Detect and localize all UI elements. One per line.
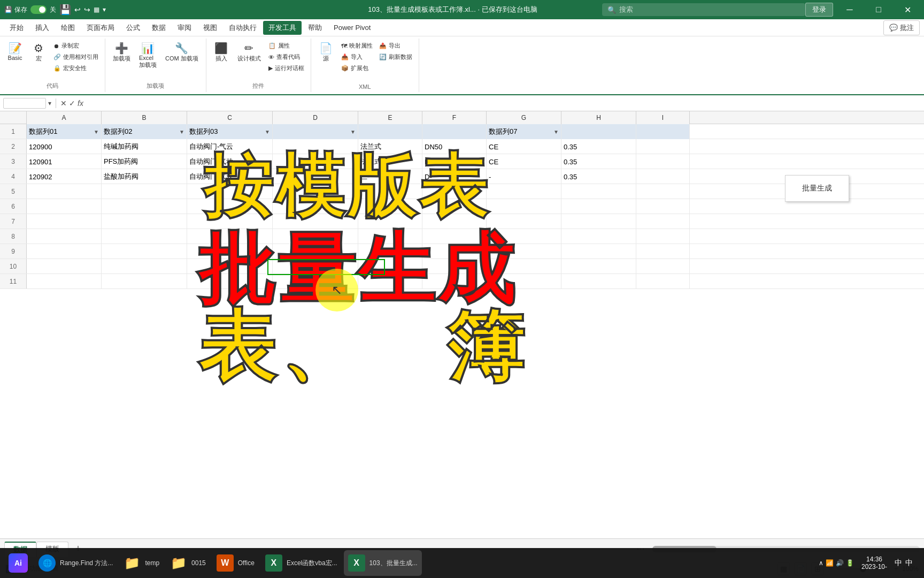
col-header-f[interactable]: F: [422, 111, 487, 124]
cell-a1[interactable]: 数据列01▼: [27, 124, 102, 139]
cell-f5[interactable]: [422, 184, 487, 199]
quick-access-icon[interactable]: ▦: [94, 6, 99, 13]
tray-expand-icon[interactable]: ∧: [819, 559, 823, 567]
cell-d3[interactable]: [273, 154, 358, 169]
cell-e5[interactable]: [358, 184, 422, 199]
cell-d2[interactable]: [273, 139, 358, 154]
cell-e4[interactable]: 兰-: [358, 169, 422, 184]
menu-draw[interactable]: 绘图: [56, 21, 80, 35]
taskbar-item-folder2[interactable]: 📁 0015: [166, 550, 210, 576]
name-box[interactable]: [3, 98, 46, 109]
cell-f1[interactable]: [422, 124, 487, 139]
cell-a3[interactable]: 120901: [27, 154, 102, 169]
autosave-toggle[interactable]: [30, 5, 47, 14]
col-header-c[interactable]: C: [187, 111, 273, 124]
lang-indicator[interactable]: 中: [895, 558, 902, 568]
cell-e1[interactable]: [358, 124, 422, 139]
taskbar-item-ai[interactable]: Ai: [4, 550, 32, 576]
ribbon-btn-record[interactable]: ⏺ 录制宏: [51, 41, 101, 51]
col-header-a[interactable]: A: [27, 111, 102, 124]
cell-b4[interactable]: 盐酸加药阀: [102, 169, 187, 184]
more-icon[interactable]: ▾: [103, 6, 106, 13]
clock[interactable]: 14:36 2023-10-: [857, 556, 891, 571]
cell-g4[interactable]: -: [487, 169, 561, 184]
col-header-g[interactable]: G: [487, 111, 561, 124]
search-box[interactable]: 🔍 搜索: [602, 3, 805, 16]
taskbar-item-excel1[interactable]: X Excel函数vba宏...: [261, 550, 342, 576]
taskbar-item-browser[interactable]: 🌐 Range.Find 方法...: [34, 550, 117, 576]
cell-h3[interactable]: 0.35: [561, 154, 636, 169]
cell-a4[interactable]: 120902: [27, 169, 102, 184]
cell-g5[interactable]: [487, 184, 561, 199]
ribbon-btn-extend[interactable]: 📦 扩展包: [339, 63, 375, 73]
cell-f2[interactable]: DN50: [422, 139, 487, 154]
ribbon-btn-insert[interactable]: ⬛ 插入: [211, 41, 232, 65]
menu-insert[interactable]: 插入: [30, 21, 55, 35]
cell-e3[interactable]: 法兰式: [358, 154, 422, 169]
cell-c3[interactable]: 自动阀门-气动: [187, 154, 273, 169]
ribbon-btn-relative[interactable]: 🔗 使用相对引用: [51, 52, 101, 62]
ribbon-btn-source[interactable]: 📄 源: [315, 41, 337, 65]
cell-c4[interactable]: 自动阀门-气云: [187, 169, 273, 184]
cancel-formula-icon[interactable]: ✕: [60, 99, 67, 108]
cell-f4[interactable]: D-: [422, 169, 487, 184]
ime-indicator[interactable]: 中: [905, 558, 913, 568]
cell-b2[interactable]: 纯碱加药阀: [102, 139, 187, 154]
ribbon-btn-addin[interactable]: ➕ 加载项: [110, 41, 134, 65]
menu-view[interactable]: 视图: [198, 21, 222, 35]
login-button[interactable]: 登录: [805, 3, 833, 17]
redo-icon[interactable]: ↪: [84, 5, 90, 14]
ribbon-btn-basic[interactable]: 📝 Basic: [4, 41, 26, 63]
ribbon-btn-refresh[interactable]: 🔄 刷新数据: [377, 52, 414, 62]
ribbon-btn-props[interactable]: 📋 属性: [266, 41, 306, 51]
ribbon-btn-rundialog[interactable]: ▶ 运行对话框: [266, 63, 306, 73]
cell-d4[interactable]: [273, 169, 358, 184]
cell-c5[interactable]: [187, 184, 273, 199]
ribbon-btn-viewcode[interactable]: 👁 查看代码: [266, 52, 306, 62]
cell-h4[interactable]: 0.35: [561, 169, 636, 184]
col-header-i[interactable]: I: [636, 111, 690, 124]
menu-start[interactable]: 开始: [4, 21, 29, 35]
cell-d1[interactable]: ▼: [273, 124, 358, 139]
cell-f3[interactable]: DN50: [422, 154, 487, 169]
col-header-h[interactable]: H: [561, 111, 636, 124]
cell-i3[interactable]: [636, 154, 690, 169]
cell-b3[interactable]: PFS加药阀: [102, 154, 187, 169]
cell-h1[interactable]: [561, 124, 636, 139]
menu-autorun[interactable]: 自动执行: [224, 21, 262, 35]
menu-formula[interactable]: 公式: [121, 21, 145, 35]
cell-a6[interactable]: [27, 199, 102, 214]
ribbon-btn-import[interactable]: 📥 导入: [339, 52, 375, 62]
cell-h5[interactable]: [561, 184, 636, 199]
cell-c1[interactable]: 数据列03▼: [187, 124, 273, 139]
undo-icon[interactable]: ↩: [74, 5, 81, 14]
cell-i4[interactable]: [636, 169, 690, 184]
menu-help[interactable]: 帮助: [303, 21, 327, 35]
formula-input[interactable]: [86, 98, 921, 108]
ribbon-btn-export[interactable]: 📤 导出: [377, 41, 414, 51]
cell-g1[interactable]: 数据列07▼: [487, 124, 561, 139]
ribbon-btn-mapattr[interactable]: 🗺 映射属性: [339, 41, 375, 51]
cell-g3[interactable]: CE: [487, 154, 561, 169]
ribbon-btn-comaddin[interactable]: 🔧 COM 加载项: [162, 41, 202, 65]
col-header-d[interactable]: D: [273, 111, 358, 124]
menu-review[interactable]: 审阅: [172, 21, 197, 35]
cell-d5[interactable]: [273, 184, 358, 199]
confirm-formula-icon[interactable]: ✓: [69, 99, 75, 108]
cell-e2[interactable]: 法兰式: [358, 139, 422, 154]
ribbon-btn-security[interactable]: 🔒 宏安全性: [51, 63, 101, 73]
menu-data[interactable]: 数据: [147, 21, 171, 35]
close-button[interactable]: ✕: [895, 0, 920, 19]
ribbon-btn-designmode[interactable]: ✏ 设计模式: [234, 41, 264, 65]
ribbon-btn-macro[interactable]: ⚙ 宏: [28, 41, 49, 65]
cell-i2[interactable]: [636, 139, 690, 154]
cell-a2[interactable]: 120900: [27, 139, 102, 154]
menu-developer[interactable]: 开发工具: [263, 21, 302, 35]
cell-i1[interactable]: [636, 124, 690, 139]
taskbar-item-office[interactable]: W Office: [212, 550, 259, 576]
cell-a5[interactable]: [27, 184, 102, 199]
expand-icon[interactable]: ▾: [48, 100, 51, 107]
taskbar-item-excel2[interactable]: X 103、批量生成...: [344, 550, 422, 576]
comment-button[interactable]: 💬 批注: [883, 20, 920, 35]
save-button[interactable]: 💾 保存: [4, 5, 27, 14]
